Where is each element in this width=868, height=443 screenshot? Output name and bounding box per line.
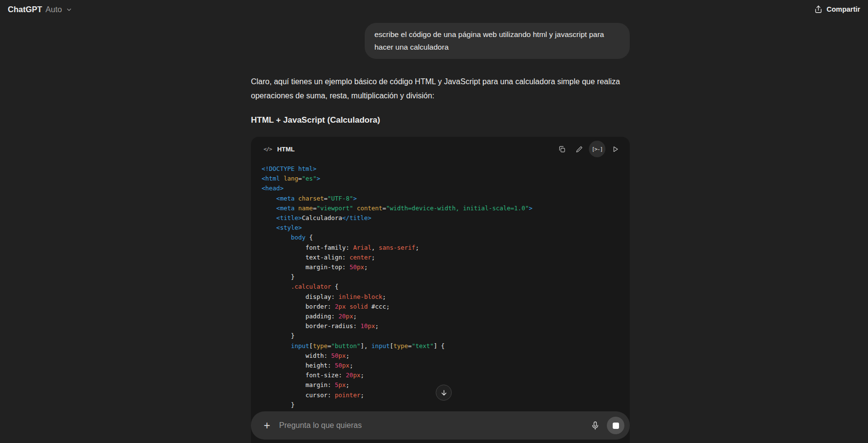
model-name: Auto — [46, 5, 62, 14]
code-line: <style> — [262, 223, 620, 233]
code-language-label: HTML — [277, 146, 295, 153]
code-toolbar: [>-] — [554, 141, 623, 157]
code-language-icon: </> — [264, 146, 272, 152]
code-line: } — [262, 400, 620, 410]
code-line: .calculator { — [262, 282, 620, 292]
canvas-icon: [>-] — [592, 146, 603, 152]
code-block-header: </> HTML — [251, 137, 630, 161]
edit-code-button[interactable] — [571, 141, 587, 157]
code-line: } — [262, 331, 620, 341]
chatgpt-app: ChatGPT Auto Compartir escribe el código… — [0, 0, 868, 443]
share-icon — [814, 5, 823, 14]
code-line: <title>Calculadora</title> — [262, 213, 620, 223]
user-message-row: escribe el código de una página web util… — [251, 23, 630, 59]
message-input[interactable] — [279, 421, 586, 430]
stop-generating-button[interactable] — [607, 417, 624, 434]
code-language: </> HTML — [264, 146, 295, 153]
copy-icon — [558, 145, 566, 153]
run-code-button[interactable] — [607, 141, 623, 157]
conversation-thread: escribe el código de una página web util… — [251, 15, 630, 443]
code-line: display: inline-block; — [262, 292, 620, 302]
brand-name: ChatGPT — [8, 5, 42, 14]
code-line: border: 2px solid #ccc; — [262, 302, 620, 312]
code-line: font-family: Arial, sans-serif; — [262, 243, 620, 253]
open-canvas-button[interactable]: [>-] — [589, 141, 605, 157]
plus-icon: + — [264, 419, 270, 432]
play-icon — [611, 145, 620, 153]
section-heading: HTML + JavaScript (Calculadora) — [251, 115, 630, 125]
code-line: margin-top: 50px; — [262, 262, 620, 272]
code-line: input[type="button"], input[type="text"]… — [262, 341, 620, 351]
code-line: height: 50px; — [262, 361, 620, 370]
copy-code-button[interactable] — [554, 141, 569, 157]
code-line: border-radius: 10px; — [262, 321, 620, 331]
code-line: <meta name="viewport" content="width=dev… — [262, 203, 620, 213]
code-line: padding: 20px; — [262, 312, 620, 321]
share-button[interactable]: Compartir — [814, 5, 860, 14]
code-line: <meta charset="UTF-8"> — [262, 194, 620, 203]
code-line: } — [262, 272, 620, 282]
share-label: Compartir — [827, 5, 860, 13]
arrow-down-icon — [440, 389, 448, 397]
code-line: <!DOCTYPE html> — [262, 164, 620, 174]
user-message-bubble: escribe el código de una página web util… — [365, 23, 630, 59]
stop-icon — [613, 423, 619, 429]
code-line: width: 50px; — [262, 351, 620, 361]
model-switcher-button[interactable]: ChatGPT Auto — [8, 5, 72, 14]
attach-button[interactable]: + — [259, 417, 275, 434]
chevron-down-icon — [66, 6, 72, 13]
code-line: <html lang="es"> — [262, 174, 620, 184]
dictate-button[interactable] — [586, 417, 604, 434]
assistant-intro-text: Claro, aquí tienes un ejemplo básico de … — [251, 74, 630, 103]
code-line: text-align: center; — [262, 253, 620, 262]
scroll-to-bottom-button[interactable] — [436, 385, 452, 401]
code-line: <head> — [262, 184, 620, 193]
code-line: body { — [262, 233, 620, 242]
pencil-icon — [575, 145, 584, 153]
microphone-icon — [590, 421, 600, 430]
top-bar: ChatGPT Auto Compartir — [0, 0, 868, 17]
composer-bar: + — [251, 411, 630, 440]
code-line: font-size: 20px; — [262, 370, 620, 380]
